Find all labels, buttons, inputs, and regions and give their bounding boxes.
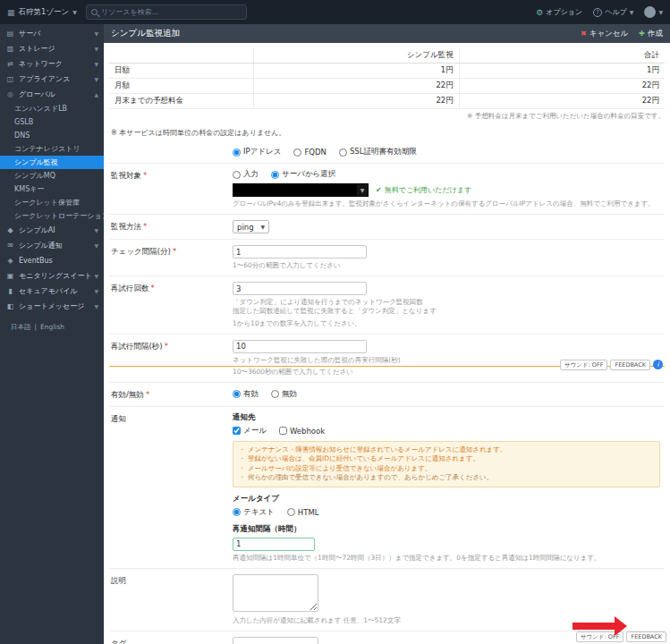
sound-toggle-button[interactable]: サウンド: OFF [560, 360, 607, 370]
mail-type-html-option[interactable]: HTML [287, 508, 319, 517]
chevron-down-icon: ▼ [658, 9, 663, 15]
check-icon: ✔ [376, 186, 382, 194]
gear-icon: ⚙ [536, 8, 543, 17]
target-type-ssl-option[interactable]: SSL証明書有効期限 [339, 147, 417, 157]
target-type-fqdn-radio[interactable] [293, 148, 301, 157]
chevron-down-icon: ▼ [72, 9, 77, 15]
topbar-right: ⚙ オプション ? ヘルプ ▼ ▼ [536, 6, 663, 18]
renotify-label: 再通知間隔（時間） [233, 524, 663, 535]
enabled-off-option[interactable]: 無効 [271, 389, 297, 400]
page-title: シンプル監視追加 [111, 28, 180, 39]
form-row-retry-interval: 再試行間隔(秒)* ネットワーク監視に失敗した際の監視の再実行間隔(秒) 10〜… [109, 335, 665, 383]
check-interval-input[interactable] [233, 245, 367, 258]
notify-webhook-checkbox[interactable] [279, 427, 287, 435]
resource-search[interactable] [86, 4, 247, 20]
free-usage-note: ✔ 無料でご利用いただけます [376, 185, 471, 195]
info-icon[interactable]: i [653, 360, 663, 369]
sidebar-item-secure-mobile[interactable]: ▮ セキュアモバイル ▼ [0, 284, 104, 299]
sidebar-item-eventbus[interactable]: ◈ EventBus [0, 253, 104, 268]
form-row-target-type: IPアドレス FQDN SSL証明書有効期限 [109, 141, 665, 164]
target-type-ip-radio[interactable] [233, 148, 241, 157]
chevron-down-icon: ▼ [94, 242, 98, 249]
retry-interval-input[interactable] [233, 340, 367, 353]
feedback-button[interactable]: FEEDBACK [626, 631, 666, 642]
monitor-method-select[interactable]: ping ▼ [233, 220, 269, 233]
pricing-table: シンプル監視 合計 日額 1円 1円 月額 22円 22 [109, 48, 665, 109]
page-header: シンプル監視追加 ✖ キャンセル ✚ 作成 [104, 24, 670, 43]
notify-mail-option[interactable]: メール [233, 426, 267, 436]
message-icon: ◧ [5, 302, 15, 310]
sidebar-item-short-message[interactable]: ◧ ショートメッセージ ▼ [0, 299, 104, 314]
sidebar-item-storage[interactable]: ▥ ストレージ ▼ [0, 41, 104, 56]
form-row-retry-count: 再試行回数* 「ダウン判定」により通知を行うまでのネットワーク監視回数 指定した… [109, 276, 665, 334]
inline-tools: サウンド: OFF FEEDBACK i [560, 360, 663, 370]
sidebar-item-gslb[interactable]: GSLB [0, 115, 104, 129]
enabled-on-radio[interactable] [233, 390, 241, 398]
sidebar-item-simple-ai[interactable]: ◆ シンプルAI ▼ [0, 223, 104, 238]
tags-input[interactable] [233, 637, 318, 644]
search-input[interactable] [101, 8, 242, 16]
notify-mail-checkbox[interactable] [233, 427, 241, 435]
cancel-button[interactable]: ✖ キャンセル [581, 29, 628, 39]
sidebar-item-simple-notification[interactable]: ✉ シンプル通知 ▼ [0, 238, 104, 253]
description-textarea[interactable] [233, 574, 318, 612]
chevron-down-icon: ▼ [357, 184, 368, 196]
lang-en-link[interactable]: English [40, 323, 64, 332]
chevron-down-icon: ▼ [94, 46, 98, 52]
monitor-target-help: グローバルIPv4のみを登録出来ます。監視対象がさくらインターネットの保有するグ… [233, 199, 663, 208]
monitor-target-select[interactable]: ▼ [233, 183, 369, 197]
topbar: ▦ 石狩第1ゾーン ▼ ⚙ オプション ? ヘルプ ▼ ▼ [0, 0, 670, 24]
create-button-header[interactable]: ✚ 作成 [639, 29, 663, 39]
mail-type-text-radio[interactable] [233, 508, 241, 516]
sidebar-item-server[interactable]: ▤ サーバ ▼ [0, 26, 104, 41]
sidebar-item-simple-mq[interactable]: シンプルMQ [0, 169, 104, 182]
retry-count-input[interactable] [233, 282, 367, 295]
sound-toggle-button[interactable]: サウンド: OFF [576, 631, 623, 642]
globe-icon: ◎ [5, 90, 15, 98]
form-row-monitor-target: 監視対象* 入力 サーバから選択 [109, 164, 665, 215]
account-menu[interactable]: ▼ [644, 6, 663, 18]
notify-webhook-option[interactable]: Webhook [279, 427, 325, 436]
target-mode-server-radio[interactable] [271, 171, 279, 179]
lang-ja-link[interactable]: 日本語 [11, 323, 31, 332]
target-mode-input-radio[interactable] [233, 171, 241, 179]
avatar [644, 6, 656, 18]
sidebar-item-dns[interactable]: DNS [0, 129, 104, 142]
storage-icon: ▥ [5, 45, 15, 53]
sidebar-item-global[interactable]: ◎ グローバル ▲ [0, 87, 104, 102]
chevron-down-icon: ▼ [94, 273, 98, 279]
target-type-ip-option[interactable]: IPアドレス [233, 147, 281, 157]
sidebar-item-simple-monitor[interactable]: シンプル監視 [0, 156, 104, 169]
enabled-off-radio[interactable] [271, 390, 279, 398]
estimate-note: ※ 予想料金は月末までご利用いただいた場合の料金の目安です。 [109, 112, 665, 121]
layout: ▤ サーバ ▼ ▥ ストレージ ▼ ⇄ ネットワーク ▼ ◫ アプライアンス ▼… [0, 24, 670, 644]
renotify-interval-input[interactable] [233, 538, 315, 551]
target-mode-server-option[interactable]: サーバから選択 [271, 169, 335, 180]
chevron-down-icon: ▼ [261, 224, 266, 230]
sidebar-item-kms-key[interactable]: KMSキー [0, 182, 104, 196]
options-button[interactable]: ⚙ オプション [536, 7, 582, 17]
sidebar-item-secret-vault[interactable]: シークレット保管庫 [0, 196, 104, 209]
sidebar-item-appliance[interactable]: ◫ アプライアンス ▼ [0, 72, 104, 87]
enabled-on-option[interactable]: 有効 [233, 389, 259, 400]
target-mode-input-option[interactable]: 入力 [233, 169, 259, 180]
feedback-button[interactable]: FEEDBACK [610, 360, 650, 370]
sidebar-item-container-registry[interactable]: コンテナレジストリ [0, 142, 104, 156]
target-type-ssl-radio[interactable] [339, 148, 347, 157]
notify-dest-label: 通知先 [233, 412, 663, 423]
mail-type-html-radio[interactable] [287, 508, 295, 516]
form-row-notification: 通知 通知先 メール Webhook [109, 407, 665, 569]
target-type-fqdn-option[interactable]: FQDN [293, 148, 326, 157]
chevron-up-icon: ▲ [94, 91, 98, 97]
mail-type-text-option[interactable]: テキスト [233, 507, 275, 518]
sidebar-item-secret-rotation[interactable]: シークレットローテーション [0, 209, 104, 223]
sidebar-item-monitoring-suite[interactable]: ▣ モニタリングスイート ▼ [0, 268, 104, 284]
zone-selector[interactable]: ▦ 石狩第1ゾーン ▼ [7, 7, 77, 18]
bottom-tools: サウンド: OFF FEEDBACK [576, 631, 666, 642]
zone-icon: ▦ [7, 8, 15, 17]
sidebar-item-network[interactable]: ⇄ ネットワーク ▼ [0, 56, 104, 72]
sidebar-item-enhanced-lb[interactable]: エンハンスドLB [0, 102, 104, 115]
help-button[interactable]: ? ヘルプ ▼ [593, 7, 633, 17]
network-icon: ⇄ [5, 60, 15, 68]
search-icon [91, 9, 98, 15]
